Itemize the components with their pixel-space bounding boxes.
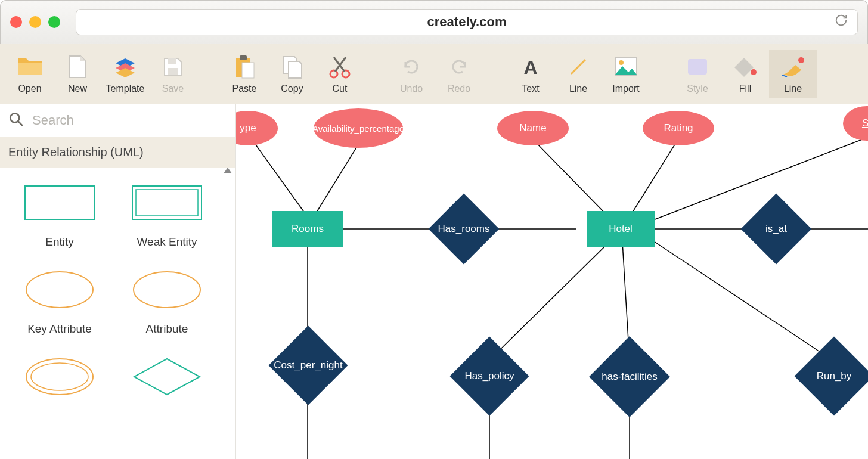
svg-point-20 xyxy=(134,272,200,308)
redo-icon xyxy=(446,54,472,80)
edges-layer xyxy=(236,104,868,459)
svg-point-12 xyxy=(751,69,757,75)
svg-rect-4 xyxy=(242,63,254,78)
text-tool-button[interactable]: A Text xyxy=(507,50,554,98)
address-bar[interactable]: creately.com xyxy=(76,9,858,35)
svg-line-23 xyxy=(253,141,308,217)
folder-icon xyxy=(17,54,43,80)
redo-button[interactable]: Redo xyxy=(435,50,483,98)
svg-rect-11 xyxy=(688,59,707,75)
copy-button[interactable]: Copy xyxy=(268,50,316,98)
entity-hotel[interactable]: Hotel xyxy=(587,211,655,247)
rel-is-at[interactable]: is_at xyxy=(751,204,801,254)
svg-point-13 xyxy=(798,57,804,63)
svg-rect-16 xyxy=(25,186,94,219)
style-button[interactable]: Style xyxy=(674,50,721,98)
rel-has-facilities[interactable]: has-facilities xyxy=(601,348,658,405)
line-style-button[interactable]: Line xyxy=(769,50,817,98)
svg-rect-17 xyxy=(132,186,202,219)
save-button[interactable]: Save xyxy=(149,50,197,98)
svg-line-15 xyxy=(18,121,23,126)
svg-line-8 xyxy=(571,60,585,74)
search-icon xyxy=(8,111,24,129)
shape-relationship[interactable] xyxy=(119,353,215,400)
svg-point-21 xyxy=(26,359,93,395)
browser-titlebar: creately.com xyxy=(0,0,868,44)
rel-cost-per-night[interactable]: Cost_per_night xyxy=(280,337,336,393)
shape-key-attribute[interactable]: Key Attribute xyxy=(12,266,107,336)
fill-button[interactable]: Fill xyxy=(721,50,769,98)
rel-run-by[interactable]: Run_by xyxy=(806,348,862,404)
shape-entity[interactable]: Entity xyxy=(12,179,107,249)
svg-rect-1 xyxy=(168,68,178,75)
search-input[interactable] xyxy=(32,113,227,128)
import-button[interactable]: Import xyxy=(602,50,650,98)
svg-point-14 xyxy=(10,113,19,122)
maximize-window-button[interactable] xyxy=(48,16,60,28)
cut-icon xyxy=(327,54,353,80)
undo-icon xyxy=(398,54,424,80)
fill-icon xyxy=(732,54,758,80)
reload-icon[interactable] xyxy=(835,14,848,30)
svg-rect-0 xyxy=(168,58,176,64)
workspace: Entity Relationship (UML) Entity Weak En… xyxy=(0,104,868,459)
rel-has-rooms[interactable]: Has_rooms xyxy=(439,204,489,254)
shapes-panel: Entity Weak Entity Key Attribute Attribu… xyxy=(0,168,235,459)
rel-has-policy[interactable]: Has_policy xyxy=(461,348,517,404)
svg-line-33 xyxy=(649,238,832,360)
shape-multivalued[interactable] xyxy=(12,353,107,400)
new-button[interactable]: New xyxy=(54,50,101,98)
svg-point-10 xyxy=(619,60,624,65)
open-button[interactable]: Open xyxy=(6,50,54,98)
close-window-button[interactable] xyxy=(10,16,22,28)
paste-button[interactable]: Paste xyxy=(221,50,268,98)
shape-search xyxy=(0,104,235,137)
shape-sidebar: Entity Relationship (UML) Entity Weak En… xyxy=(0,104,236,459)
cut-button[interactable]: Cut xyxy=(316,50,364,98)
svg-line-25 xyxy=(534,141,609,217)
svg-point-5 xyxy=(330,70,337,77)
svg-line-26 xyxy=(630,141,677,217)
line-tool-button[interactable]: Line xyxy=(554,50,602,98)
shape-weak-entity[interactable]: Weak Entity xyxy=(119,179,215,249)
line-icon xyxy=(565,54,591,80)
shape-attribute[interactable]: Attribute xyxy=(119,266,215,336)
template-button[interactable]: Template xyxy=(101,50,149,98)
svg-rect-18 xyxy=(136,190,198,216)
svg-rect-3 xyxy=(240,55,247,60)
svg-line-24 xyxy=(314,145,358,217)
window-controls xyxy=(10,16,60,28)
scroll-up-icon[interactable] xyxy=(224,168,232,173)
undo-button[interactable]: Undo xyxy=(388,50,435,98)
template-icon xyxy=(112,54,138,80)
svg-point-19 xyxy=(26,272,93,308)
diagram-canvas[interactable]: ype Availability_percentage Name Rating … xyxy=(236,104,868,459)
copy-icon xyxy=(279,54,305,80)
style-icon xyxy=(684,54,711,80)
attr-name[interactable]: Name xyxy=(497,111,569,145)
paste-icon xyxy=(231,54,258,80)
svg-line-31 xyxy=(489,241,610,360)
save-icon xyxy=(160,54,186,80)
main-toolbar: Open New Template Save Paste xyxy=(0,44,868,104)
new-doc-icon xyxy=(64,54,91,80)
attr-rating[interactable]: Rating xyxy=(643,111,714,145)
address-text: creately.com xyxy=(427,14,507,30)
text-icon: A xyxy=(517,54,544,80)
pencil-icon xyxy=(780,54,806,80)
panel-title[interactable]: Entity Relationship (UML) xyxy=(0,137,235,168)
svg-point-6 xyxy=(342,70,349,77)
svg-text:A: A xyxy=(523,57,537,77)
svg-point-22 xyxy=(31,363,88,390)
import-icon xyxy=(613,54,639,80)
entity-rooms[interactable]: Rooms xyxy=(272,211,343,247)
minimize-window-button[interactable] xyxy=(29,16,41,28)
attr-availability[interactable]: Availability_percentage xyxy=(314,108,403,148)
